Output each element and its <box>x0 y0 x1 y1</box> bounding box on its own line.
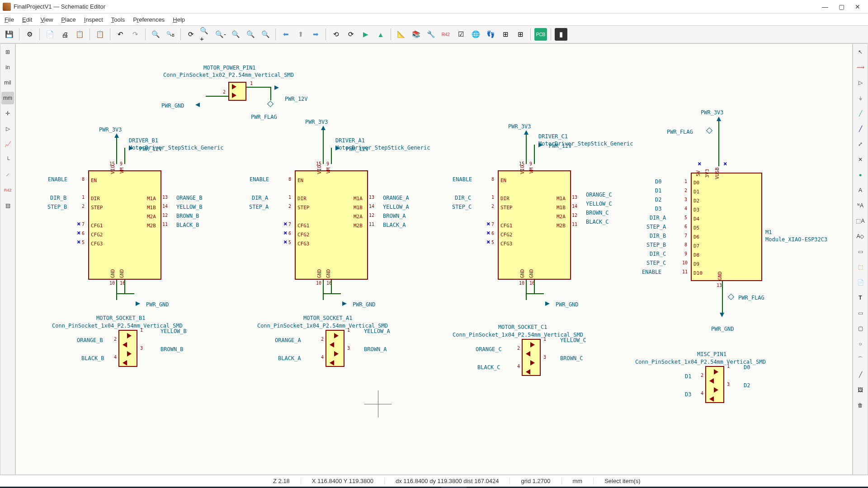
app-icon <box>3 3 11 11</box>
status-hint: Select item(s) <box>594 478 868 484</box>
label-pwr-12v: PWR_12V <box>285 96 308 102</box>
menu-file[interactable]: File <box>5 16 14 23</box>
menu-view[interactable]: View <box>40 16 53 23</box>
save-icon[interactable]: 💾 <box>3 28 15 41</box>
find-icon[interactable]: 🔍 <box>149 28 162 41</box>
label-pwr-gnd-1: PWR_GND <box>161 103 184 109</box>
footprint-assign-icon[interactable]: 🔧 <box>425 28 437 41</box>
add-power-icon[interactable]: ⏚ <box>854 92 867 104</box>
noconn-b2: × <box>77 229 80 236</box>
erc-icon[interactable]: ☑ <box>454 28 467 41</box>
pcb-editor-icon[interactable]: PCB <box>534 28 547 41</box>
line-mode-90-icon[interactable]: └ <box>1 153 14 166</box>
add-hier-label-icon[interactable]: A◇ <box>854 230 867 243</box>
zoom-out-icon[interactable]: 🔍- <box>214 28 227 41</box>
undo-icon[interactable]: ↶ <box>114 28 127 41</box>
add-textbox-icon[interactable]: ▭ <box>854 307 867 319</box>
hidden-pins-icon[interactable]: ▷ <box>1 122 14 135</box>
maximize-button[interactable]: ▢ <box>838 4 844 10</box>
add-hier-sheet-icon[interactable]: 📄 <box>854 276 867 289</box>
delete-tool-icon[interactable]: 🗑 <box>854 399 867 412</box>
find-replace-icon[interactable]: 🔍B <box>164 28 177 41</box>
rotate-cw-icon[interactable]: ⟳ <box>344 28 357 41</box>
add-line-icon[interactable]: ╱ <box>854 368 867 381</box>
add-bus-entry-icon[interactable]: ⤢ <box>854 138 867 150</box>
import-sheet-pin-icon[interactable]: ⬚ <box>854 261 867 273</box>
refresh-icon[interactable]: ⟳ <box>184 28 197 41</box>
noconn-b1: × <box>77 220 80 227</box>
zoom-object-icon[interactable]: 🔍 <box>244 28 257 41</box>
annotate-side-icon[interactable]: R42 <box>1 184 14 197</box>
menu-tools[interactable]: Tools <box>111 16 125 23</box>
nav-back-icon[interactable]: ⬅ <box>279 28 292 41</box>
unit-mm[interactable]: mm <box>1 92 14 104</box>
grid-toggle-icon[interactable]: ⊞ <box>1 46 14 58</box>
status-bar: Z 2.18 X 116.8400 Y 119.3800 dx 116.8400… <box>0 475 868 487</box>
add-sheet-icon[interactable]: ▭ <box>854 245 867 258</box>
value-conn-1x02: Conn_PinSocket_1x02_P2.54mm_Vertical_SMD <box>163 72 294 78</box>
simulator-icon[interactable]: 🌐 <box>469 28 482 41</box>
unit-mil[interactable]: mil <box>1 76 14 89</box>
add-noconn-icon[interactable]: ✕ <box>854 153 867 166</box>
hierarchy-icon[interactable]: ▤ <box>1 199 14 212</box>
add-netclass-icon[interactable]: ᴺA <box>854 199 867 212</box>
mirror-h-icon[interactable]: ▶ <box>359 28 372 41</box>
print-icon[interactable]: 🖨 <box>58 28 71 41</box>
add-bus-icon[interactable]: ╱ <box>854 122 867 135</box>
redo-icon[interactable]: ↷ <box>129 28 142 41</box>
menu-place[interactable]: Place <box>61 16 76 23</box>
add-text-icon[interactable]: T <box>854 291 867 304</box>
add-junction-icon[interactable]: ● <box>854 169 867 181</box>
menu-preferences[interactable]: Preferences <box>133 16 165 23</box>
page-settings-icon[interactable]: 📄 <box>43 28 56 41</box>
bom-export-icon[interactable]: ⊞ <box>514 28 527 41</box>
zoom-fit-icon[interactable]: 🔍 <box>229 28 242 41</box>
line-mode-45-icon[interactable]: ⟋ <box>1 169 14 181</box>
add-rect-icon[interactable]: ▢ <box>854 322 867 335</box>
plot-icon[interactable]: 📋 <box>73 28 86 41</box>
rotate-ccw-icon[interactable]: ⟲ <box>330 28 342 41</box>
label-pwr-flag: PWR_FLAG <box>251 114 277 120</box>
symbol-editor-icon[interactable]: 📐 <box>395 28 407 41</box>
add-arc-icon[interactable]: ⌒ <box>854 353 867 366</box>
schematic-canvas[interactable]: MOTOR_POWER_PIN1 Conn_PinSocket_1x02_P2.… <box>15 43 853 475</box>
zoom-selection-icon[interactable]: 🔍 <box>259 28 272 41</box>
close-button[interactable]: ✕ <box>854 4 861 10</box>
window-title: FinalProjectV1 — Schematic Editor <box>14 3 822 10</box>
menu-edit[interactable]: Edit <box>22 16 32 23</box>
scripting-icon[interactable]: ▮ <box>555 28 567 41</box>
add-image-icon[interactable]: 🖼 <box>854 384 867 396</box>
unit-in[interactable]: in <box>1 61 14 74</box>
add-symbol-icon[interactable]: ▷ <box>854 76 867 89</box>
mirror-v-icon[interactable]: ▲ <box>374 28 387 41</box>
assign-fp-icon[interactable]: 👣 <box>484 28 497 41</box>
status-dxy: dx 116.8400 dy 119.3800 dist 167.0424 <box>385 478 510 484</box>
menu-inspect[interactable]: Inspect <box>84 16 103 23</box>
line-mode-free-icon[interactable]: 📈 <box>1 138 14 150</box>
net-enable-b: ENABLE <box>48 176 67 183</box>
zoom-in-icon[interactable]: 🔍+ <box>199 28 212 41</box>
browse-symbols-icon[interactable]: 📚 <box>410 28 422 41</box>
highlight-net-icon[interactable]: ⟿ <box>854 61 867 74</box>
annotate-icon[interactable]: R42 <box>439 28 452 41</box>
conn-motor-power[interactable] <box>228 82 246 101</box>
paste-icon[interactable]: 📋 <box>94 28 106 41</box>
add-circle-icon[interactable]: ○ <box>854 338 867 350</box>
menu-bar: File Edit View Place Inspect Tools Prefe… <box>0 14 868 25</box>
cursor-shape-icon[interactable]: ✛ <box>1 107 14 120</box>
add-label-icon[interactable]: A <box>854 184 867 197</box>
net-dir-b: DIR_B <box>50 195 66 201</box>
status-unit[interactable]: mm <box>562 478 594 484</box>
add-global-label-icon[interactable]: ⬚A <box>854 215 867 227</box>
schematic-setup-icon[interactable]: ⚙ <box>23 28 36 41</box>
minimize-button[interactable]: — <box>822 4 828 10</box>
nav-fwd-icon[interactable]: ➡ <box>309 28 322 41</box>
status-zoom: Z 2.18 <box>262 478 301 484</box>
status-grid[interactable]: grid 1.2700 <box>510 478 561 484</box>
bom-icon[interactable]: ⊞ <box>499 28 512 41</box>
add-wire-icon[interactable]: ╱ <box>854 107 867 120</box>
select-tool-icon[interactable]: ↖ <box>854 46 867 58</box>
menu-help[interactable]: Help <box>173 16 185 23</box>
nav-up-icon[interactable]: ⬆ <box>294 28 307 41</box>
noconn-b3: × <box>77 238 80 245</box>
